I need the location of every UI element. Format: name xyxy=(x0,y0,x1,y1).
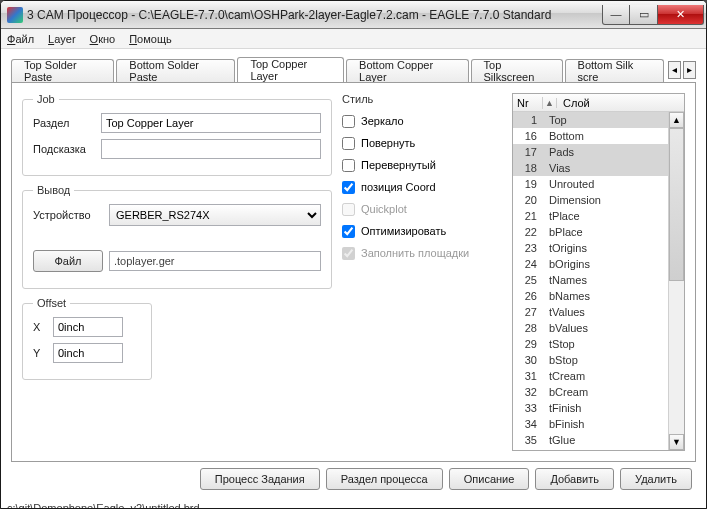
scroll-up-icon[interactable]: ▲ xyxy=(669,112,684,128)
offset-y-input[interactable] xyxy=(53,343,123,363)
tab-top-silkscreen[interactable]: Top Silkscreen xyxy=(471,59,563,82)
layers-scrollbar[interactable]: ▲ ▼ xyxy=(668,112,684,450)
section-input[interactable] xyxy=(101,113,321,133)
minimize-button[interactable]: — xyxy=(602,5,630,25)
layer-row[interactable]: 1Top xyxy=(513,112,668,128)
mirror-label: Зеркало xyxy=(361,115,404,127)
layer-row[interactable]: 27tValues xyxy=(513,304,668,320)
layer-nr: 24 xyxy=(513,258,543,270)
layer-row[interactable]: 26bNames xyxy=(513,288,668,304)
layer-name: Top xyxy=(543,114,668,126)
layers-col-name[interactable]: Слой xyxy=(557,97,668,109)
menu-layer[interactable]: Layer xyxy=(48,33,76,45)
layer-name: bFinish xyxy=(543,418,668,430)
output-legend: Вывод xyxy=(33,184,74,196)
file-input[interactable] xyxy=(109,251,321,271)
tab-bottom-solder-paste[interactable]: Bottom Solder Paste xyxy=(116,59,235,82)
titlebar: 3 CAM Процессор - C:\EAGLE-7.7.0\cam\OSH… xyxy=(1,1,706,29)
layer-row[interactable]: 30bStop xyxy=(513,352,668,368)
layer-name: bOrigins xyxy=(543,258,668,270)
layer-row[interactable]: 35tGlue xyxy=(513,432,668,448)
layer-row[interactable]: 20Dimension xyxy=(513,192,668,208)
process-job-button[interactable]: Процесс Задания xyxy=(200,468,320,490)
close-button[interactable]: ✕ xyxy=(658,5,704,25)
layer-row[interactable]: 22bPlace xyxy=(513,224,668,240)
layer-row[interactable]: 18Vias xyxy=(513,160,668,176)
layer-row[interactable]: 32bCream xyxy=(513,384,668,400)
layer-row[interactable]: 24bOrigins xyxy=(513,256,668,272)
scroll-thumb[interactable] xyxy=(669,128,684,281)
style-group: Стиль Зеркало Повернуть Перевернутый поз… xyxy=(342,93,502,265)
layers-col-nr[interactable]: Nr xyxy=(513,97,543,109)
layer-row[interactable]: 19Unrouted xyxy=(513,176,668,192)
layer-row[interactable]: 16Bottom xyxy=(513,128,668,144)
layer-row[interactable]: 28bValues xyxy=(513,320,668,336)
layer-name: bValues xyxy=(543,322,668,334)
offset-x-input[interactable] xyxy=(53,317,123,337)
quickplot-checkbox xyxy=(342,203,355,216)
menu-file[interactable]: Файл xyxy=(7,33,34,45)
layer-row[interactable]: 34bFinish xyxy=(513,416,668,432)
layer-nr: 17 xyxy=(513,146,543,158)
layer-name: tNames xyxy=(543,274,668,286)
layer-nr: 21 xyxy=(513,210,543,222)
layer-name: tStop xyxy=(543,338,668,350)
file-button[interactable]: Файл xyxy=(33,250,103,272)
layer-row[interactable]: 33tFinish xyxy=(513,400,668,416)
layer-row[interactable]: 17Pads xyxy=(513,144,668,160)
upside-checkbox[interactable] xyxy=(342,159,355,172)
offset-legend: Offset xyxy=(33,297,70,309)
layer-row[interactable]: 31tCream xyxy=(513,368,668,384)
layer-row[interactable]: 21tPlace xyxy=(513,208,668,224)
layer-name: tFinish xyxy=(543,402,668,414)
menubar: Файл Layer Окно Помощь xyxy=(1,29,706,49)
hint-input[interactable] xyxy=(101,139,321,159)
pos-checkbox[interactable] xyxy=(342,181,355,194)
rotate-checkbox[interactable] xyxy=(342,137,355,150)
layer-nr: 23 xyxy=(513,242,543,254)
tab-top-solder-paste[interactable]: Top Solder Paste xyxy=(11,59,114,82)
tab-scroll-right-icon[interactable]: ▸ xyxy=(683,61,696,79)
mirror-checkbox[interactable] xyxy=(342,115,355,128)
layer-nr: 25 xyxy=(513,274,543,286)
offset-x-label: X xyxy=(33,321,47,333)
add-button[interactable]: Добавить xyxy=(535,468,614,490)
menu-window[interactable]: Окно xyxy=(90,33,116,45)
optimize-checkbox[interactable] xyxy=(342,225,355,238)
device-select[interactable]: GERBER_RS274X xyxy=(109,204,321,226)
layers-list[interactable]: Nr ▲ Слой 1Top16Bottom17Pads18Vias19Unro… xyxy=(512,93,685,451)
delete-button[interactable]: Удалить xyxy=(620,468,692,490)
layer-name: tCream xyxy=(543,370,668,382)
layer-nr: 33 xyxy=(513,402,543,414)
layer-row[interactable]: 29tStop xyxy=(513,336,668,352)
maximize-button[interactable]: ▭ xyxy=(630,5,658,25)
layer-nr: 20 xyxy=(513,194,543,206)
description-button[interactable]: Описание xyxy=(449,468,530,490)
output-group: Вывод Устройство GERBER_RS274X Файл xyxy=(22,184,332,289)
layer-nr: 29 xyxy=(513,338,543,350)
sort-icon[interactable]: ▲ xyxy=(543,98,557,108)
device-label: Устройство xyxy=(33,209,103,221)
layer-name: Vias xyxy=(543,162,668,174)
process-section-button[interactable]: Раздел процесса xyxy=(326,468,443,490)
layer-row[interactable]: 25tNames xyxy=(513,272,668,288)
menu-help[interactable]: Помощь xyxy=(129,33,172,45)
layer-name: tPlace xyxy=(543,210,668,222)
layer-name: Bottom xyxy=(543,130,668,142)
tab-scroll-left-icon[interactable]: ◂ xyxy=(668,61,681,79)
layer-nr: 31 xyxy=(513,370,543,382)
tab-top-copper-layer[interactable]: Top Copper Layer xyxy=(237,57,344,82)
layer-name: bStop xyxy=(543,354,668,366)
layer-name: Unrouted xyxy=(543,178,668,190)
layer-nr: 32 xyxy=(513,386,543,398)
job-legend: Job xyxy=(33,93,59,105)
rotate-label: Повернуть xyxy=(361,137,415,149)
scroll-down-icon[interactable]: ▼ xyxy=(669,434,684,450)
layer-row[interactable]: 23tOrigins xyxy=(513,240,668,256)
tab-bottom-silk-scre[interactable]: Bottom Silk scre xyxy=(565,59,664,82)
section-label: Раздел xyxy=(33,117,95,129)
layer-nr: 16 xyxy=(513,130,543,142)
tab-bottom-copper-layer[interactable]: Bottom Copper Layer xyxy=(346,59,468,82)
fillpads-label: Заполнить площадки xyxy=(361,247,469,259)
tab-panel: Job Раздел Подсказка Вывод Устройство xyxy=(11,82,696,462)
